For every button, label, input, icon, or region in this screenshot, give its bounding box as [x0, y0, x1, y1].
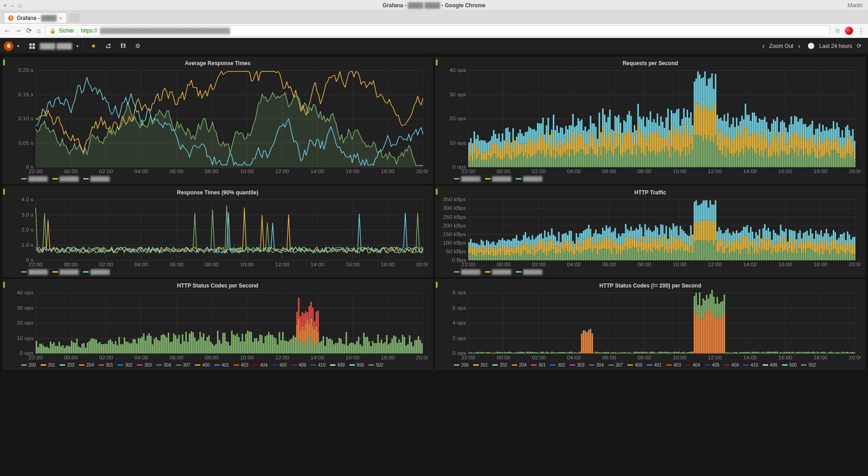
save-dashboard-icon[interactable] [118, 41, 129, 52]
legend-item-409[interactable]: 409 [292, 363, 307, 368]
legend-item-404[interactable]: 404 [685, 363, 700, 368]
legend-item-410[interactable]: 410 [743, 363, 758, 368]
window-maximize-icon[interactable]: □ [19, 3, 22, 8]
timerange-label[interactable]: Last 24 hours [819, 43, 852, 49]
legend-item[interactable]: ██████ [485, 176, 512, 181]
legend-item[interactable]: ██████ [454, 176, 481, 181]
legend-item-410[interactable]: 410 [311, 363, 326, 368]
panel-avg-response[interactable]: Average Response Times0 s0.05 s0.10 s0.1… [3, 57, 433, 184]
legend-item[interactable]: ██████ [516, 269, 542, 274]
panel-status-err[interactable]: HTTP Status Codes (!= 200) per Second0 o… [435, 279, 865, 370]
panel-chart[interactable]: 0 ops10 ops20 ops30 ops40 ops22:0000:000… [8, 290, 428, 362]
timerange-next-icon[interactable]: › [795, 40, 803, 52]
legend-item-307[interactable]: 307 [609, 363, 623, 368]
legend-item[interactable]: ██████ [516, 176, 542, 181]
panel-chart[interactable]: 0 ops2 ops4 ops6 ops8 ops22:0000:0002:00… [440, 290, 860, 362]
legend-item-409[interactable]: 409 [724, 363, 739, 368]
legend-item-500[interactable]: 500 [349, 363, 364, 368]
browser-menu-icon[interactable]: ⋮ [858, 27, 864, 35]
legend-item-303[interactable]: 303 [570, 363, 585, 368]
panel-status-all[interactable]: HTTP Status Codes per Second0 ops10 ops2… [3, 279, 433, 370]
legend-item-304[interactable]: 304 [589, 363, 604, 368]
svg-rect-2570 [797, 352, 799, 353]
timerange-prev-icon[interactable]: ‹ [760, 40, 767, 52]
legend-item-405[interactable]: 405 [705, 363, 720, 368]
nav-forward-icon[interactable]: → [15, 27, 22, 34]
panel-rt90[interactable]: Response Times (90% quantile)0 s1.0 s2.0… [3, 186, 433, 277]
svg-text:00:00: 00:00 [496, 169, 510, 174]
opera-extension-icon[interactable] [845, 27, 853, 35]
settings-gear-icon[interactable]: ⚙ [132, 41, 143, 51]
legend-item-201[interactable]: 201 [473, 363, 488, 368]
legend-item[interactable]: ██████ [21, 176, 48, 181]
window-minimize-icon[interactable]: – [11, 3, 14, 8]
legend-item-401[interactable]: 401 [647, 363, 662, 368]
zoom-out-button[interactable]: Zoom Out [769, 43, 793, 49]
panel-chart[interactable]: 0 Bps50 kBps100 kBps150 kBps200 kBps250 … [440, 197, 860, 269]
svg-rect-276 [586, 132, 588, 144]
legend-item-200[interactable]: 200 [454, 363, 469, 368]
svg-rect-1420 [827, 242, 829, 251]
svg-rect-1615 [103, 344, 104, 353]
legend-item[interactable]: ██████ [83, 269, 110, 274]
legend-item-202[interactable]: 202 [492, 363, 507, 368]
new-tab-button[interactable] [69, 13, 80, 22]
panel-http-traffic[interactable]: HTTP Traffic0 Bps50 kBps100 kBps150 kBps… [435, 186, 865, 277]
panel-chart[interactable]: 0 s1.0 s2.0 s3.0 s4.0 s22:0000:0002:0004… [8, 197, 428, 269]
legend-item-401[interactable]: 401 [214, 363, 229, 368]
svg-rect-408 [664, 128, 665, 141]
nav-reload-icon[interactable]: ⟳ [26, 27, 32, 35]
svg-rect-1371 [799, 248, 801, 260]
legend-item-400[interactable]: 400 [627, 363, 642, 368]
panel-rps[interactable]: Requests per Second0 ops10 ops20 ops30 o… [435, 57, 865, 184]
legend-item-403[interactable]: 403 [666, 363, 681, 368]
legend-item-403[interactable]: 403 [234, 363, 249, 368]
legend-item-499[interactable]: 499 [763, 363, 778, 368]
legend-item-204[interactable]: 204 [79, 363, 94, 368]
logo-caret-icon[interactable]: ▾ [17, 44, 19, 48]
legend-item-400[interactable]: 400 [195, 363, 210, 368]
address-bar[interactable]: 🔒 Sicher | https:// ████████████████████… [45, 25, 830, 36]
legend-item[interactable]: ██████ [52, 176, 79, 181]
star-dashboard-icon[interactable]: ★ [88, 41, 99, 51]
legend-item-404[interactable]: 404 [253, 363, 268, 368]
legend-item[interactable]: ██████ [485, 269, 512, 274]
grafana-logo-icon[interactable] [4, 41, 14, 51]
legend-item-502[interactable]: 502 [368, 363, 383, 368]
legend-item-304[interactable]: 304 [156, 363, 171, 368]
legend-item-502[interactable]: 502 [801, 363, 816, 368]
nav-back-icon[interactable]: ← [4, 27, 10, 34]
bookmark-star-icon[interactable]: ☆ [835, 27, 840, 35]
tab-close-icon[interactable]: × [59, 15, 62, 21]
svg-rect-1888 [263, 343, 264, 353]
legend-item-303[interactable]: 303 [137, 363, 152, 368]
nav-home-icon[interactable]: ⌂ [37, 27, 41, 34]
panel-chart[interactable]: 0 s0.05 s0.10 s0.15 s0.20 s22:0000:0002:… [8, 67, 428, 175]
legend-item-200[interactable]: 200 [21, 363, 36, 368]
legend-item-301[interactable]: 301 [99, 363, 113, 368]
legend-item-499[interactable]: 499 [330, 363, 345, 368]
legend-item-302[interactable]: 302 [118, 363, 132, 368]
svg-rect-1968 [309, 306, 310, 325]
panel-chart[interactable]: 0 ops10 ops20 ops30 ops40 ops22:0000:000… [440, 67, 860, 175]
browser-tab-active[interactable]: Grafana - ████ × [4, 12, 67, 23]
legend-item-202[interactable]: 202 [60, 363, 75, 368]
legend-item[interactable]: ██████ [21, 269, 48, 274]
legend-item-500[interactable]: 500 [782, 363, 797, 368]
svg-rect-124 [498, 157, 500, 167]
refresh-icon[interactable]: ⟳ [854, 41, 864, 51]
legend-item[interactable]: ██████ [52, 269, 79, 274]
legend-item-307[interactable]: 307 [176, 363, 191, 368]
svg-rect-1271 [740, 232, 741, 244]
dashboard-picker[interactable]: ████ ████ ▾ [29, 43, 79, 49]
legend-item-302[interactable]: 302 [550, 363, 565, 368]
window-close-icon[interactable]: × [4, 3, 6, 8]
legend-item-301[interactable]: 301 [531, 363, 546, 368]
share-dashboard-icon[interactable] [103, 41, 114, 52]
legend-item[interactable]: ██████ [83, 176, 110, 181]
legend-item-204[interactable]: 204 [512, 363, 527, 368]
legend-item-405[interactable]: 405 [272, 363, 287, 368]
svg-rect-716 [845, 143, 846, 156]
legend-item[interactable]: ██████ [454, 269, 481, 274]
legend-item-201[interactable]: 201 [41, 363, 56, 368]
